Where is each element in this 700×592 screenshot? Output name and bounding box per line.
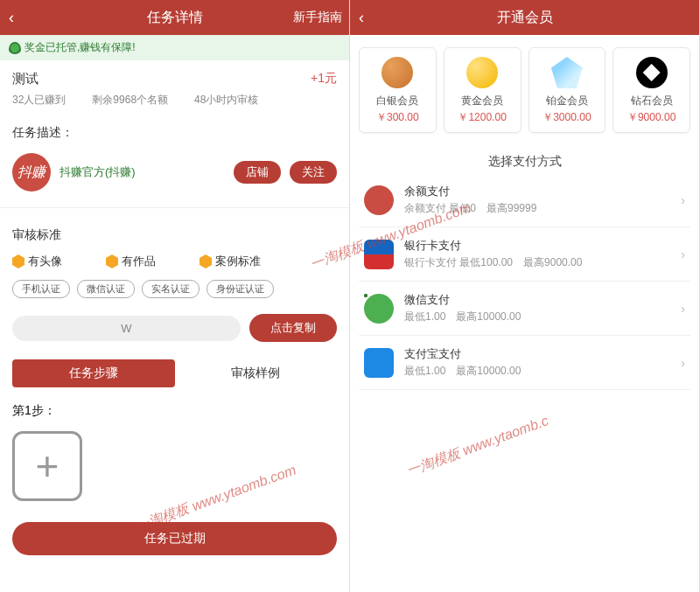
tabs: 任务步骤 审核样例 (0, 351, 349, 396)
tier-silver[interactable]: 白银会员￥300.00 (359, 47, 437, 133)
pay-bank[interactable]: 银行卡支付银行卡支付 最低100.00 最高9000.00 › (359, 227, 690, 282)
tag-row: 手机认证 微信认证 实名认证 身份证认证 (0, 273, 349, 305)
copy-value[interactable]: W (12, 316, 241, 341)
standards-row: 有头像 有作品 案例标准 (0, 250, 349, 273)
upload-box[interactable]: + (12, 431, 82, 501)
header-title: 任务详情 (147, 9, 203, 27)
standards-label: 审核标准 (0, 219, 349, 250)
pay-balance[interactable]: 余额支付余额支付 最低0 最高99999 › (359, 173, 690, 227)
task-meta: 32人已赚到 剩余9968个名额 48小时内审核 (0, 89, 349, 116)
follow-button[interactable]: 关注 (290, 161, 337, 184)
chevron-right-icon: › (681, 356, 685, 370)
plus-icon: + (36, 442, 60, 490)
std-case: 案例标准 (200, 254, 261, 269)
header: ‹ 任务详情 新手指南 (0, 0, 349, 35)
tag-wechat: 微信认证 (77, 280, 135, 298)
pay-alipay[interactable]: 支付宝支付最低1.00 最高10000.00 › (359, 336, 690, 390)
diamond-icon (551, 57, 583, 88)
notice-bar: 奖金已托管,赚钱有保障! (0, 35, 349, 60)
tag-phone: 手机认证 (12, 280, 70, 298)
remain-count: 剩余9968个名额 (92, 93, 168, 108)
shop-button[interactable]: 店铺 (234, 161, 281, 184)
divider (0, 207, 349, 208)
task-title-row: 测试 +1元 (0, 60, 349, 89)
copy-button[interactable]: 点击复制 (249, 314, 337, 342)
silver-icon (382, 57, 413, 88)
task-detail-screen: ‹ 任务详情 新手指南 奖金已托管,赚钱有保障! 测试 +1元 32人已赚到 剩… (0, 0, 350, 592)
alipay-icon (364, 348, 394, 378)
balance-icon (364, 185, 394, 215)
membership-screen: ‹ 开通会员 白银会员￥300.00 黄金会员￥1200.00 铂金会员￥300… (350, 0, 700, 592)
task-reward: +1元 (311, 71, 337, 87)
shop-row: 抖赚 抖赚官方(抖赚) 店铺 关注 (0, 148, 349, 197)
expired-button[interactable]: 任务已过期 (12, 522, 337, 555)
header: ‹ 开通会员 (350, 0, 699, 35)
tier-platinum[interactable]: 铂金会员￥3000.00 (528, 47, 606, 133)
chevron-right-icon: › (681, 302, 685, 316)
gold-icon (466, 57, 498, 88)
std-works: 有作品 (106, 254, 156, 269)
bank-icon (364, 240, 394, 269)
std-avatar: 有头像 (12, 254, 62, 269)
review-time: 48小时内审核 (194, 93, 258, 108)
back-icon[interactable]: ‹ (359, 9, 364, 27)
tier-gold[interactable]: 黄金会员￥1200.00 (444, 47, 522, 133)
badge-icon (106, 254, 118, 268)
back-icon[interactable]: ‹ (9, 9, 14, 27)
payment-list: 余额支付余额支付 最低0 最高99999 › 银行卡支付银行卡支付 最低100.… (350, 173, 699, 390)
chevron-right-icon: › (681, 247, 685, 261)
header-title: 开通会员 (497, 9, 553, 27)
desc-label: 任务描述： (0, 116, 349, 148)
guide-link[interactable]: 新手指南 (293, 10, 342, 25)
diamond-icon (636, 57, 668, 88)
shield-icon (9, 42, 21, 54)
wechat-icon (364, 294, 394, 324)
pay-wechat[interactable]: 微信支付最低1.00 最高10000.00 › (359, 282, 690, 336)
badge-icon (12, 254, 24, 268)
shop-avatar[interactable]: 抖赚 (12, 153, 51, 192)
step-label: 第1步： (0, 396, 349, 426)
tier-diamond[interactable]: 钻石会员￥9000.00 (612, 47, 690, 133)
copy-row: W 点击复制 (0, 305, 349, 351)
task-name: 测试 (12, 71, 38, 87)
earned-count: 32人已赚到 (12, 93, 66, 108)
tag-id: 身份证认证 (206, 280, 274, 298)
tag-realname: 实名认证 (142, 280, 200, 298)
payment-title: 选择支付方式 (350, 142, 699, 173)
notice-text: 奖金已托管,赚钱有保障! (24, 40, 136, 55)
chevron-right-icon: › (681, 193, 685, 207)
shop-name[interactable]: 抖赚官方(抖赚) (60, 164, 225, 180)
tab-steps[interactable]: 任务步骤 (12, 359, 175, 387)
tier-cards: 白银会员￥300.00 黄金会员￥1200.00 铂金会员￥3000.00 钻石… (350, 35, 699, 142)
tab-samples[interactable]: 审核样例 (175, 359, 338, 387)
badge-icon (200, 254, 212, 268)
